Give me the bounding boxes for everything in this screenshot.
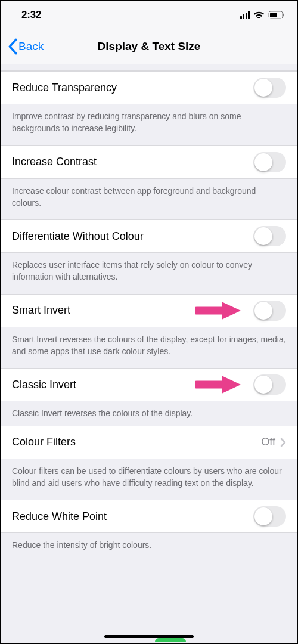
- toggle-reduce-transparency[interactable]: [253, 78, 286, 98]
- row-footer: Classic Invert reverses the colours of t…: [1, 401, 297, 425]
- back-label: Back: [18, 40, 44, 53]
- chevron-right-icon: [280, 438, 286, 447]
- row-value: Off: [261, 436, 275, 448]
- row-label: Smart Invert: [12, 304, 253, 317]
- status-icons: [240, 11, 285, 19]
- toggle-increase-contrast[interactable]: [253, 152, 286, 172]
- row-classic-invert[interactable]: Classic Invert: [1, 368, 297, 401]
- row-label: Reduce Transparency: [12, 82, 253, 94]
- toggle-smart-invert[interactable]: [253, 301, 286, 321]
- partial-toggle-peek: [155, 638, 186, 642]
- row-differentiate-without-colour[interactable]: Differentiate Without Colour: [1, 219, 297, 253]
- nav-bar: Back Display & Text Size: [1, 29, 297, 64]
- row-colour-filters[interactable]: Colour Filters Off: [1, 426, 297, 459]
- status-bar: 2:32: [1, 1, 297, 29]
- cell-signal-icon: [240, 11, 250, 19]
- toggle-classic-invert[interactable]: [253, 374, 286, 395]
- row-label: Classic Invert: [12, 379, 253, 391]
- toggle-reduce-white-point[interactable]: [253, 506, 286, 527]
- home-indicator: [104, 635, 194, 638]
- status-time: 2:32: [21, 9, 41, 21]
- row-footer: Colour filters can be used to differenti…: [1, 459, 297, 500]
- row-footer: Replaces user interface items that rely …: [1, 253, 297, 294]
- row-reduce-transparency[interactable]: Reduce Transparency: [1, 71, 297, 104]
- svg-rect-1: [270, 13, 277, 17]
- back-button[interactable]: Back: [1, 38, 44, 55]
- row-footer: Smart Invert reverses the colours of the…: [1, 327, 297, 369]
- settings-list: Reduce Transparency Improve contrast by …: [1, 64, 297, 643]
- row-footer: Improve contrast by reducing transparenc…: [1, 104, 297, 145]
- page-title: Display & Text Size: [1, 40, 297, 53]
- toggle-differentiate-without-colour[interactable]: [253, 226, 286, 246]
- row-footer: Reduce the intensity of bright colours.: [1, 533, 297, 557]
- row-label: Colour Filters: [12, 436, 261, 448]
- row-reduce-white-point[interactable]: Reduce White Point: [1, 500, 297, 533]
- chevron-left-icon: [7, 38, 18, 55]
- wifi-icon: [253, 11, 265, 19]
- row-footer: Increase colour contrast between app for…: [1, 179, 297, 220]
- battery-icon: [268, 11, 285, 19]
- row-label: Increase Contrast: [12, 156, 253, 168]
- row-label: Reduce White Point: [12, 510, 253, 523]
- row-label: Differentiate Without Colour: [12, 230, 253, 243]
- row-smart-invert[interactable]: Smart Invert: [1, 294, 297, 327]
- svg-rect-2: [283, 14, 284, 17]
- row-increase-contrast[interactable]: Increase Contrast: [1, 145, 297, 179]
